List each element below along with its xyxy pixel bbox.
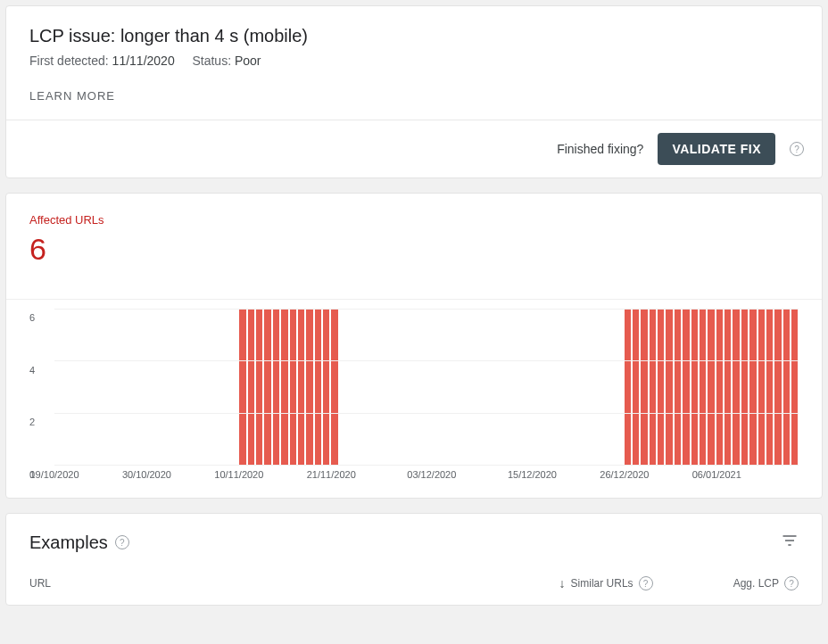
bar-slot xyxy=(758,309,766,465)
bar-slot xyxy=(557,309,565,465)
issue-meta-row: First detected: 11/11/2020 Status: Poor xyxy=(29,54,799,68)
bar[interactable] xyxy=(315,309,321,465)
bar-slot xyxy=(657,309,665,465)
bar[interactable] xyxy=(774,309,781,465)
bar[interactable] xyxy=(290,309,296,465)
bar[interactable] xyxy=(749,309,756,465)
bar-slot xyxy=(732,309,740,465)
column-agg-lcp[interactable]: Agg. LCP ? xyxy=(733,576,799,590)
bar[interactable] xyxy=(298,309,304,465)
bar[interactable] xyxy=(323,309,329,465)
bar[interactable] xyxy=(264,309,270,465)
finished-fixing-label: Finished fixing? xyxy=(557,142,643,156)
bar[interactable] xyxy=(766,309,773,465)
bar[interactable] xyxy=(758,309,765,465)
bar-slot xyxy=(205,309,213,465)
bar[interactable] xyxy=(256,309,262,465)
x-tick: 06/01/2021 xyxy=(692,469,741,480)
bar[interactable] xyxy=(700,309,706,465)
bar-slot xyxy=(372,309,380,465)
bar[interactable] xyxy=(273,309,279,465)
validate-fix-button[interactable]: VALIDATE FIX xyxy=(658,133,775,165)
bar-slot xyxy=(255,309,263,465)
bar[interactable] xyxy=(239,309,245,465)
column-url[interactable]: URL xyxy=(29,577,559,590)
bar-slot xyxy=(682,309,690,465)
bar[interactable] xyxy=(658,309,664,465)
bar[interactable] xyxy=(708,309,714,465)
learn-more-link[interactable]: LEARN MORE xyxy=(29,89,115,103)
bar[interactable] xyxy=(675,309,681,465)
bar[interactable] xyxy=(641,309,647,465)
examples-title: Examples xyxy=(29,533,108,553)
bar-slot xyxy=(188,309,196,465)
bar-slot xyxy=(540,309,548,465)
bar-slot xyxy=(473,309,481,465)
bar-slot xyxy=(163,309,171,465)
bar-slot xyxy=(79,309,87,465)
bar[interactable] xyxy=(650,309,656,465)
bar-slot xyxy=(624,309,632,465)
issue-header-actions: Finished fixing? VALIDATE FIX ? xyxy=(6,120,822,178)
bar[interactable] xyxy=(733,309,739,465)
bar-slot xyxy=(322,309,330,465)
bar-slot xyxy=(573,309,581,465)
bar[interactable] xyxy=(633,309,639,465)
examples-header: Examples ? xyxy=(6,514,822,557)
bar[interactable] xyxy=(331,309,337,465)
bar-slot xyxy=(456,309,464,465)
bar-slot xyxy=(665,309,673,465)
bar-slot xyxy=(180,309,188,465)
x-tick: 21/11/2020 xyxy=(307,469,356,480)
bar-slot xyxy=(548,309,556,465)
bar-slot xyxy=(632,309,640,465)
bar[interactable] xyxy=(666,309,672,465)
bar-slot xyxy=(196,309,204,465)
bar-slot xyxy=(62,309,70,465)
bar[interactable] xyxy=(724,309,731,465)
bar-slot xyxy=(230,309,238,465)
bar-slot xyxy=(607,309,615,465)
help-icon[interactable]: ? xyxy=(639,576,653,590)
bar-slot xyxy=(129,309,137,465)
bar-slot xyxy=(96,309,104,465)
filter-icon[interactable] xyxy=(781,532,799,553)
examples-columns-row: URL ↓ Similar URLs ? Agg. LCP ? xyxy=(6,557,822,605)
bar-slot xyxy=(272,309,280,465)
bar[interactable] xyxy=(716,309,723,465)
bar[interactable] xyxy=(281,309,287,465)
affected-urls-card: Affected URLs 6 0246 19/10/202030/10/202… xyxy=(5,193,823,499)
bar[interactable] xyxy=(683,309,689,465)
issue-title: LCP issue: longer than 4 s (mobile) xyxy=(29,26,799,46)
issue-header-card: LCP issue: longer than 4 s (mobile) Firs… xyxy=(5,5,823,178)
bar-slot xyxy=(113,309,121,465)
affected-urls-count: 6 xyxy=(29,232,799,267)
bar-slot xyxy=(356,309,364,465)
bar-slot xyxy=(71,309,79,465)
column-similar-urls[interactable]: ↓ Similar URLs ? xyxy=(559,576,653,590)
help-icon[interactable]: ? xyxy=(790,142,804,156)
bar[interactable] xyxy=(783,309,790,465)
x-tick: 30/10/2020 xyxy=(122,469,171,480)
bar-slot xyxy=(791,309,799,465)
bar-slot xyxy=(649,309,657,465)
x-tick: 26/12/2020 xyxy=(600,469,649,480)
bar-slot xyxy=(439,309,447,465)
bar-slot xyxy=(397,309,405,465)
bar[interactable] xyxy=(791,309,798,465)
help-icon[interactable]: ? xyxy=(784,576,799,590)
bar[interactable] xyxy=(306,309,312,465)
help-icon[interactable]: ? xyxy=(115,535,129,549)
bar-slot xyxy=(590,309,598,465)
bar-slot xyxy=(146,309,154,465)
bar-slot xyxy=(707,309,715,465)
bar[interactable] xyxy=(248,309,254,465)
bar-slot xyxy=(289,309,297,465)
x-tick: 10/11/2020 xyxy=(214,469,263,480)
bar[interactable] xyxy=(625,309,631,465)
bar[interactable] xyxy=(691,309,698,465)
bar[interactable] xyxy=(741,309,748,465)
bar-slot xyxy=(699,309,707,465)
bar-slot xyxy=(54,309,62,465)
bar-slot xyxy=(263,309,271,465)
